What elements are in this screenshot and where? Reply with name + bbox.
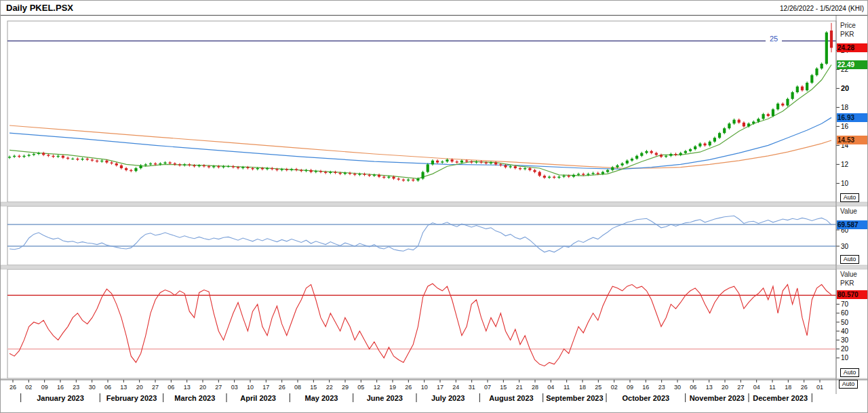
day-tick-label[interactable]: 18 bbox=[785, 384, 791, 391]
day-tick-label[interactable]: 27 bbox=[152, 384, 159, 391]
day-tick-label[interactable]: 23 bbox=[73, 384, 79, 391]
scale-tick-label[interactable]: 18 bbox=[841, 104, 849, 111]
candle-body bbox=[315, 171, 317, 172]
day-tick-label[interactable]: 19 bbox=[389, 384, 396, 391]
day-tick-label[interactable]: 17 bbox=[262, 384, 269, 391]
panel-divider-1[interactable] bbox=[1, 265, 868, 269]
day-tick-label[interactable]: 29 bbox=[342, 384, 349, 391]
scale-tick-label[interactable]: 60 bbox=[841, 309, 849, 317]
time-axis-auto-button[interactable]: Auto bbox=[839, 380, 858, 389]
day-tick-label[interactable]: 11 bbox=[564, 384, 570, 391]
day-tick-label[interactable]: 02 bbox=[25, 384, 32, 391]
day-tick-label[interactable]: 06 bbox=[690, 384, 696, 391]
day-tick-label[interactable]: 24 bbox=[452, 384, 459, 391]
stoch-scale-header: Value bbox=[840, 271, 857, 278]
month-label[interactable]: February 2023 bbox=[106, 394, 157, 402]
candle-body bbox=[134, 168, 137, 171]
day-tick-label[interactable]: 20 bbox=[199, 384, 206, 391]
day-tick-label[interactable]: 25 bbox=[595, 384, 601, 391]
day-tick-label[interactable]: 06 bbox=[104, 384, 111, 391]
candle-body bbox=[120, 165, 123, 168]
candle-body bbox=[266, 168, 269, 169]
day-tick-label[interactable]: 02 bbox=[611, 384, 618, 391]
day-tick-label[interactable]: 26 bbox=[9, 384, 16, 391]
day-tick-label[interactable]: 09 bbox=[41, 384, 48, 391]
stoch-scale-currency: PKR bbox=[840, 279, 854, 287]
month-label[interactable]: June 2023 bbox=[367, 394, 403, 402]
candle-body bbox=[665, 156, 667, 157]
day-tick-label[interactable]: 06 bbox=[167, 384, 174, 391]
day-tick-label[interactable]: 09 bbox=[627, 384, 633, 391]
day-tick-label[interactable]: 27 bbox=[215, 384, 222, 391]
day-tick-label[interactable]: 10 bbox=[247, 384, 254, 391]
day-tick-label[interactable]: 27 bbox=[737, 384, 744, 391]
day-tick-label[interactable]: 03 bbox=[231, 384, 238, 391]
day-tick-label[interactable]: 16 bbox=[57, 384, 64, 391]
scale-tick-label[interactable]: 20 bbox=[841, 84, 849, 92]
candle-body bbox=[485, 163, 488, 163]
day-tick-label[interactable]: 26 bbox=[279, 384, 285, 391]
scale-tick-label[interactable]: 50 bbox=[841, 319, 849, 326]
ma-slow-line bbox=[9, 125, 831, 168]
day-tick-label[interactable]: 22 bbox=[326, 384, 333, 391]
candle-body bbox=[285, 169, 288, 170]
day-tick-label[interactable]: 15 bbox=[500, 384, 507, 391]
chart-canvas[interactable]: 2422201816141210603070605040302010260209… bbox=[1, 1, 868, 413]
day-tick-label[interactable]: 28 bbox=[532, 384, 538, 391]
day-tick-label[interactable]: 07 bbox=[484, 384, 491, 391]
month-label[interactable]: May 2023 bbox=[305, 394, 338, 402]
day-tick-label[interactable]: 20 bbox=[136, 384, 143, 391]
month-label[interactable]: October 2023 bbox=[622, 394, 669, 402]
candle-body bbox=[81, 159, 83, 159]
rsi-line bbox=[9, 216, 831, 252]
rsi-scale-auto-button[interactable]: Auto bbox=[840, 255, 859, 264]
day-tick-label[interactable]: 04 bbox=[547, 384, 554, 391]
month-label[interactable]: April 2023 bbox=[240, 394, 276, 402]
month-label[interactable]: July 2023 bbox=[431, 394, 465, 402]
month-label[interactable]: August 2023 bbox=[489, 394, 533, 402]
day-tick-label[interactable]: 26 bbox=[801, 384, 808, 391]
scale-tick-label[interactable]: 10 bbox=[841, 354, 849, 361]
day-tick-label[interactable]: 10 bbox=[421, 384, 428, 391]
day-tick-label[interactable]: 12 bbox=[374, 384, 380, 391]
candle-body bbox=[499, 164, 502, 165]
month-label[interactable]: November 2023 bbox=[690, 394, 745, 402]
scale-tick-label[interactable]: 70 bbox=[841, 300, 849, 308]
day-tick-label[interactable]: 13 bbox=[706, 384, 713, 391]
day-tick-label[interactable]: 04 bbox=[753, 384, 760, 391]
day-tick-label[interactable]: 15 bbox=[310, 384, 317, 391]
scale-tick-label[interactable]: 12 bbox=[841, 161, 849, 168]
price-scale-auto-button[interactable]: Auto bbox=[840, 193, 859, 202]
day-tick-label[interactable]: 11 bbox=[769, 384, 775, 391]
stoch-scale-auto-button[interactable]: Auto bbox=[840, 368, 859, 377]
day-tick-label[interactable]: 13 bbox=[184, 384, 191, 391]
day-tick-label[interactable]: 05 bbox=[357, 384, 364, 391]
candle-body bbox=[776, 104, 779, 109]
candle-body bbox=[130, 170, 132, 171]
day-tick-label[interactable]: 30 bbox=[674, 384, 681, 391]
day-tick-label[interactable]: 20 bbox=[722, 384, 728, 391]
day-tick-label[interactable]: 17 bbox=[437, 384, 443, 391]
scale-tick-label[interactable]: 10 bbox=[841, 180, 849, 187]
scale-tick-label[interactable]: 30 bbox=[841, 243, 849, 250]
month-label[interactable]: January 2023 bbox=[37, 394, 84, 402]
day-tick-label[interactable]: 26 bbox=[405, 384, 412, 391]
month-label[interactable]: September 2023 bbox=[546, 394, 603, 402]
candle-body bbox=[427, 164, 429, 172]
day-tick-label[interactable]: 31 bbox=[469, 384, 475, 391]
month-label[interactable]: March 2023 bbox=[174, 394, 215, 402]
scale-tick-label[interactable]: 40 bbox=[841, 328, 849, 335]
day-tick-label[interactable]: 30 bbox=[89, 384, 96, 391]
scale-tick-label[interactable]: 30 bbox=[841, 336, 849, 344]
scale-tick-label[interactable]: 20 bbox=[841, 345, 849, 353]
day-tick-label[interactable]: 21 bbox=[516, 384, 523, 391]
day-tick-label[interactable]: 01 bbox=[816, 384, 823, 391]
day-tick-label[interactable]: 18 bbox=[579, 384, 586, 391]
day-tick-label[interactable]: 13 bbox=[120, 384, 127, 391]
month-label[interactable]: December 2023 bbox=[753, 394, 808, 402]
day-tick-label[interactable]: 23 bbox=[658, 384, 665, 391]
day-tick-label[interactable]: 16 bbox=[642, 384, 649, 391]
scale-tick-label[interactable]: 16 bbox=[841, 123, 849, 130]
panel-divider-0[interactable] bbox=[1, 202, 868, 206]
day-tick-label[interactable]: 08 bbox=[294, 384, 301, 391]
